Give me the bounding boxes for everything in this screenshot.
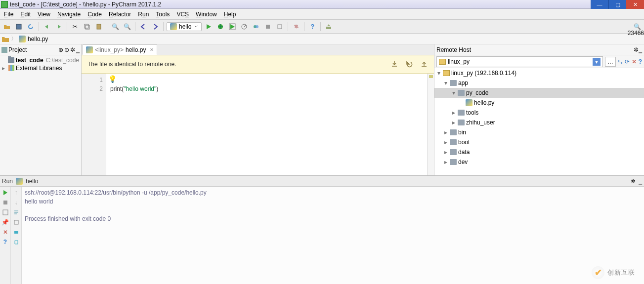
gear-icon[interactable]: ✲ [70, 46, 75, 53]
intention-bulb-icon[interactable]: 💡 [108, 75, 117, 83]
refresh-icon[interactable]: ⟳ [625, 58, 630, 65]
replace-icon[interactable]: 🔍 [122, 22, 132, 32]
remote-root[interactable]: ▾linux_py (192.168.0.114) [434, 68, 644, 78]
menu-refactor[interactable]: Refactor [106, 10, 134, 19]
coverage-icon[interactable] [227, 22, 237, 32]
upload-icon[interactable] [420, 60, 428, 68]
menu-window[interactable]: Window [193, 10, 220, 19]
remote-folder-app[interactable]: ▾app [434, 78, 644, 88]
folder-icon [450, 139, 457, 145]
remote-folder-bin[interactable]: ▸bin [434, 127, 644, 137]
concurrency-icon[interactable] [251, 22, 261, 32]
editor-scrollbar[interactable] [427, 74, 434, 175]
menu-vcs[interactable]: VCS [173, 10, 192, 19]
run-config-selector[interactable]: hello [167, 22, 202, 31]
redo-icon[interactable] [54, 22, 64, 32]
remote-folder-tools[interactable]: ▸tools [434, 108, 644, 118]
menu-navigate[interactable]: Navigate [54, 10, 84, 19]
rerun-icon[interactable] [1, 189, 9, 197]
remote-server-selector[interactable]: linux_py ▾ [436, 56, 603, 67]
restore-layout-icon[interactable] [1, 208, 9, 216]
debug-icon[interactable] [215, 22, 225, 32]
toolbar: ✂ 🔍 🔍 hello ? 🔍 [0, 20, 644, 34]
remote-folder-data[interactable]: ▸data [434, 147, 644, 157]
revert-icon[interactable] [405, 60, 413, 68]
remote-folder-boot[interactable]: ▸boot [434, 137, 644, 147]
svg-rect-14 [3, 210, 8, 215]
save-icon[interactable] [14, 22, 24, 32]
server-icon [439, 59, 446, 65]
console-output[interactable]: ssh://root@192.168.0.114:22/usr/bin/pyth… [22, 187, 644, 284]
remote-folder-dev[interactable]: ▸dev [434, 157, 644, 167]
stop-icon[interactable] [1, 199, 9, 206]
remote-folder-pycode[interactable]: ▾py_code [434, 88, 644, 98]
close-button[interactable]: ✕ [626, 0, 644, 9]
remote-file-hello[interactable]: hello.py [434, 98, 644, 108]
undo-icon[interactable] [42, 22, 52, 32]
profile-icon[interactable] [239, 22, 249, 32]
close-icon[interactable]: ✕ [1, 228, 9, 236]
pin-icon[interactable]: 📌 [1, 218, 9, 226]
svg-rect-16 [14, 231, 18, 234]
hide-icon[interactable]: ⎯ [639, 46, 642, 53]
maximize-button[interactable]: ▢ [608, 0, 626, 9]
menu-view[interactable]: View [35, 10, 53, 19]
collapse-icon[interactable]: ⊕ [58, 46, 63, 53]
diff-icon[interactable]: ⇆ [618, 58, 623, 65]
folder-icon [450, 149, 457, 155]
code-editor[interactable]: 1 2 💡 print("hello world") [82, 74, 434, 175]
up-icon[interactable]: ↑ [12, 189, 20, 197]
menu-help[interactable]: Help [221, 10, 239, 19]
help-icon[interactable]: ? [307, 22, 317, 32]
delete-icon[interactable]: ✕ [632, 58, 637, 65]
download-icon[interactable] [390, 60, 398, 68]
svg-rect-12 [1, 47, 7, 53]
tab-close-icon[interactable]: ✕ [150, 47, 154, 52]
down-icon[interactable]: ↓ [12, 199, 20, 206]
run-body: 📌 ✕ ? ↑ ↓ ssh://root@192.168.0.114:22/us… [0, 187, 644, 284]
soft-wrap-icon[interactable] [12, 208, 20, 216]
help-icon[interactable]: ? [1, 238, 9, 246]
forward-icon[interactable] [150, 22, 160, 32]
open-icon[interactable] [2, 22, 12, 32]
cut-icon[interactable]: ✂ [70, 22, 80, 32]
remote-toolbar: linux_py ▾ … ⇆ ⟳ ✕ ? [434, 55, 644, 68]
print-icon[interactable] [12, 228, 20, 236]
menu-run[interactable]: Run [135, 10, 152, 19]
menu-file[interactable]: File [1, 10, 16, 19]
settings-icon[interactable] [291, 22, 301, 32]
gear-icon[interactable]: ✲ [634, 46, 639, 53]
stop-icon[interactable] [263, 22, 273, 32]
menu-code[interactable]: Code [85, 10, 105, 19]
remote-folder-zhihu[interactable]: ▸zhihu_user [434, 118, 644, 127]
scroll-from-icon[interactable]: ⊙ [64, 46, 69, 53]
editor-tab-hello[interactable]: <linux_py> hello.py ✕ [83, 44, 157, 55]
find-icon[interactable]: 🔍 [110, 22, 120, 32]
project-root-row[interactable]: test_code C:\test_code [0, 56, 81, 64]
sync-icon[interactable] [26, 22, 36, 32]
project-tree[interactable]: test_code C:\test_code ▸ External Librar… [0, 55, 81, 73]
menu-tools[interactable]: Tools [153, 10, 172, 19]
copy-icon[interactable] [82, 22, 92, 32]
deploy-icon[interactable] [324, 22, 334, 32]
main-area: Project ⊕ ⊙ ✲ ⎯ test_code C:\test_code ▸… [0, 44, 644, 175]
paste-icon[interactable] [94, 22, 104, 32]
minimize-button[interactable]: — [591, 0, 608, 9]
gear-icon[interactable]: ✲ [631, 178, 636, 185]
external-libraries-row[interactable]: ▸ External Libraries [0, 64, 81, 72]
breadcrumb-file[interactable]: hello.py [28, 36, 48, 42]
tab-filename: hello.py [126, 46, 146, 53]
remote-tree[interactable]: ▾linux_py (192.168.0.114) ▾app ▾py_code … [434, 68, 644, 175]
run-side-toolbar: 📌 ✕ ? [0, 187, 11, 284]
hide-icon[interactable]: ⎯ [639, 178, 642, 185]
back-icon[interactable] [138, 22, 148, 32]
browse-button[interactable]: … [605, 57, 616, 67]
run-icon[interactable] [204, 22, 214, 32]
scroll-to-end-icon[interactable] [12, 218, 20, 226]
attach-icon[interactable] [275, 22, 285, 32]
code-body[interactable]: 💡 print("hello world") [106, 74, 427, 175]
help-icon[interactable]: ? [639, 58, 642, 65]
hide-icon[interactable]: ⎯ [76, 46, 80, 53]
clear-icon[interactable] [12, 238, 20, 246]
menu-edit[interactable]: Edit [17, 10, 34, 19]
